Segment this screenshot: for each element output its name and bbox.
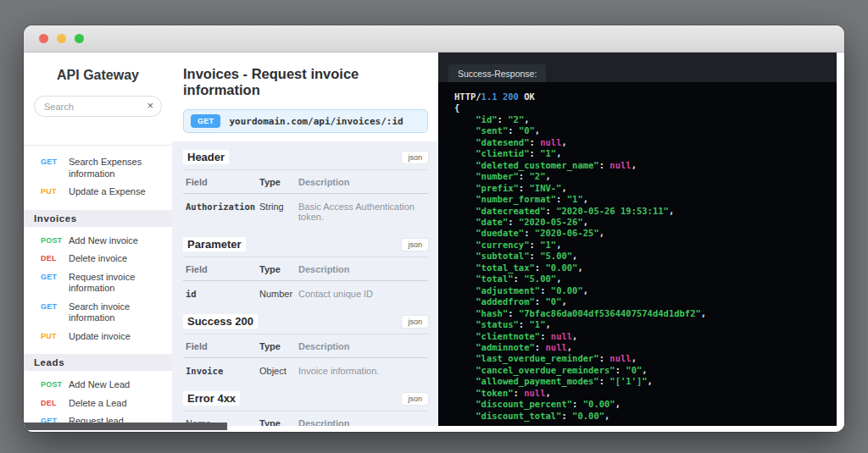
- field-name-cell: Authorization: [186, 202, 259, 212]
- doc-sections: HeaderjsonFieldTypeDescriptionAuthorizat…: [172, 141, 438, 426]
- minimize-window-button[interactable]: [57, 34, 66, 43]
- sidebar-group-leads: Leads: [24, 354, 172, 371]
- doc-section-success-200: Success 200jsonFieldTypeDescriptionInvoi…: [183, 312, 428, 384]
- sidebar-item-search-expenses-information[interactable]: GETSearch Expenses information: [24, 153, 172, 183]
- section-title-row: Headerjson: [183, 148, 428, 170]
- horizontal-scrollbar-thumb[interactable]: [24, 423, 227, 430]
- column-header: Type: [259, 418, 298, 426]
- field-type-cell: Number: [259, 289, 298, 299]
- json-toggle-button[interactable]: json: [402, 239, 428, 251]
- sidebar-nav: GETSearch Expenses informationPUTUpdate …: [24, 146, 172, 426]
- column-header: Field: [186, 264, 259, 274]
- sidebar-group-invoices: Invoices: [24, 210, 172, 227]
- field-description-cell: Basic Access Authentication token.: [298, 202, 426, 222]
- code-panel-header: Success-Response:: [438, 52, 837, 82]
- json-toggle-button[interactable]: json: [402, 393, 428, 405]
- sidebar-item-label: Search Expenses information: [69, 157, 165, 180]
- endpoint-url: yourdomain.com/api/invoices/:id: [229, 116, 403, 127]
- field-name-cell: Invoice: [186, 366, 259, 376]
- sidebar: API Gateway × GETSearch Expenses informa…: [24, 52, 172, 426]
- json-toggle-button[interactable]: json: [402, 152, 428, 163]
- method-badge-put: PUT: [41, 186, 69, 198]
- field-type-cell: String: [259, 202, 298, 212]
- table-header-row: FieldTypeDescription: [183, 257, 428, 281]
- section-title: Parameter: [183, 237, 246, 251]
- table-header-row: FieldTypeDescription: [183, 334, 428, 358]
- doc-section-header: HeaderjsonFieldTypeDescriptionAuthorizat…: [183, 148, 428, 230]
- sidebar-item-add-new-invoice[interactable]: POSTAdd New invoice: [24, 232, 172, 251]
- column-header: Type: [259, 341, 298, 351]
- method-badge-del: DEL: [41, 398, 69, 410]
- sidebar-item-update-a-expense[interactable]: PUTUpdate a Expense: [24, 183, 172, 202]
- field-name-cell: id: [186, 289, 259, 299]
- tab-success-response[interactable]: Success-Response:: [448, 64, 546, 82]
- sidebar-item-delete-invoice[interactable]: DELDelete invoice: [24, 250, 172, 268]
- sidebar-item-label: Add New Lead: [69, 379, 165, 391]
- sidebar-item-label: Search invoice information: [69, 301, 165, 324]
- column-header: Description: [298, 177, 426, 187]
- table-row: InvoiceObjectInvoice information.: [183, 358, 428, 384]
- close-window-button[interactable]: [39, 34, 48, 43]
- column-header: Description: [298, 264, 426, 274]
- table-row: AuthorizationStringBasic Access Authenti…: [183, 194, 428, 230]
- endpoint-box: GET yourdomain.com/api/invoices/:id: [183, 109, 428, 133]
- column-header: Type: [259, 177, 298, 187]
- field-description-cell: Invoice information.: [298, 366, 426, 376]
- field-description-cell: Contact unique ID: [298, 289, 426, 299]
- method-badge-put: PUT: [41, 331, 69, 343]
- sidebar-item-label: Update invoice: [69, 331, 165, 343]
- page-title: Invoices - Request invoice information: [172, 52, 438, 98]
- column-header: Description: [298, 341, 426, 351]
- column-header: Field: [186, 341, 259, 351]
- window-content: API Gateway × GETSearch Expenses informa…: [24, 52, 844, 426]
- search-input[interactable]: [34, 96, 162, 117]
- method-badge-post: POST: [41, 235, 69, 247]
- sidebar-item-label: Delete a Lead: [69, 398, 165, 410]
- sidebar-item-delete-a-lead[interactable]: DELDelete a Lead: [24, 395, 172, 413]
- app-title: API Gateway: [24, 68, 172, 83]
- sidebar-item-add-new-lead[interactable]: POSTAdd New Lead: [24, 376, 172, 395]
- endpoint-method-badge: GET: [191, 114, 220, 128]
- table-header-row: FieldTypeDescription: [183, 170, 428, 194]
- response-code-block[interactable]: HTTP/1.1 200 OK { "id": "2", "sent": "0"…: [438, 82, 837, 426]
- section-title: Success 200: [183, 314, 258, 329]
- method-badge-post: POST: [41, 379, 69, 391]
- sidebar-item-label: Delete invoice: [69, 253, 165, 265]
- main-content: Invoices - Request invoice information G…: [172, 52, 438, 426]
- table-row: idNumberContact unique ID: [183, 281, 428, 307]
- sidebar-item-request-invoice-information[interactable]: GETRequest invoice information: [24, 268, 172, 298]
- clear-search-icon[interactable]: ×: [147, 99, 153, 113]
- field-type-cell: Object: [259, 366, 298, 376]
- sidebar-item-search-invoice-information[interactable]: GETSearch invoice information: [24, 298, 172, 328]
- section-title-row: Parameterjson: [183, 235, 428, 257]
- method-badge-get: GET: [41, 157, 69, 180]
- column-header: Description: [298, 418, 426, 426]
- section-title: Error 4xx: [183, 391, 240, 406]
- doc-section-parameter: ParameterjsonFieldTypeDescriptionidNumbe…: [183, 235, 428, 307]
- sidebar-item-label: Add New invoice: [69, 235, 165, 247]
- column-header: Type: [259, 264, 298, 274]
- search-box: ×: [34, 96, 162, 117]
- column-header: Field: [186, 177, 259, 187]
- section-title-row: Error 4xxjson: [183, 389, 428, 412]
- window-titlebar: [24, 25, 844, 52]
- maximize-window-button[interactable]: [75, 34, 84, 43]
- section-title-row: Success 200json: [183, 312, 428, 334]
- sidebar-item-update-invoice[interactable]: PUTUpdate invoice: [24, 328, 172, 346]
- doc-section-error-4xx: Error 4xxjsonNameTypeDescriptionstatusBo…: [183, 389, 428, 426]
- method-badge-get: GET: [41, 301, 69, 324]
- right-gutter: [837, 52, 844, 426]
- method-badge-del: DEL: [41, 253, 69, 265]
- sidebar-item-label: Update a Expense: [69, 186, 165, 198]
- method-badge-get: GET: [41, 272, 69, 295]
- json-toggle-button[interactable]: json: [402, 316, 428, 328]
- app-window: API Gateway × GETSearch Expenses informa…: [24, 25, 844, 432]
- response-code-panel: Success-Response: HTTP/1.1 200 OK { "id"…: [438, 52, 837, 426]
- section-title: Header: [183, 150, 229, 164]
- sidebar-item-label: Request invoice information: [69, 272, 165, 295]
